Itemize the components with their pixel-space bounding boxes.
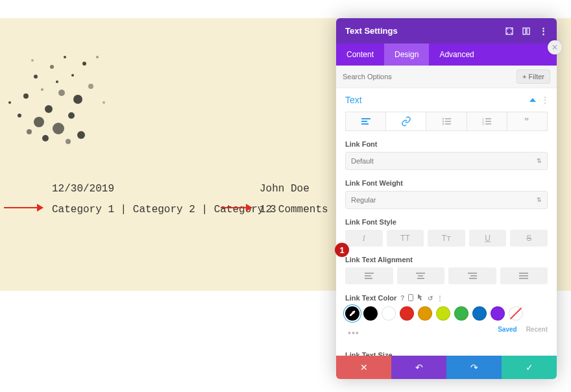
post-comments[interactable]: 12 Comments [260, 204, 328, 215]
ul-icon [442, 117, 451, 125]
link-icon [401, 116, 411, 127]
close-panel-bubble[interactable]: ✕ [548, 40, 562, 55]
panel-body[interactable]: Text ⋮ 123 ❞ Link Font Default⇅ Link Fon… [336, 88, 557, 356]
swatch-green[interactable] [454, 306, 468, 321]
search-bar: + Filter [336, 66, 557, 88]
settings-panel: Text Settings ⋮ Content Design Advanced … [336, 18, 557, 379]
color-picker-button[interactable] [345, 306, 359, 321]
svg-point-14 [27, 129, 32, 134]
hover-icon[interactable] [417, 293, 424, 302]
swatch-none[interactable] [509, 306, 523, 321]
align-right-button[interactable] [448, 267, 496, 284]
filter-button[interactable]: + Filter [516, 69, 550, 84]
device-phone-icon[interactable] [408, 294, 413, 302]
undo-icon: ↶ [415, 362, 423, 373]
swatch-purple[interactable] [491, 306, 505, 321]
tab-advanced[interactable]: Advanced [429, 43, 484, 66]
ol-icon: 123 [482, 117, 491, 125]
underline-button[interactable]: U [469, 230, 507, 247]
search-options-input[interactable] [343, 73, 516, 80]
svg-point-4 [23, 93, 29, 99]
swatch-orange[interactable] [418, 306, 432, 321]
swatch-tab-recent[interactable]: Recent [526, 326, 548, 333]
strikethrough-button[interactable]: S [510, 230, 548, 247]
svg-rect-32 [445, 123, 451, 125]
eyedropper-icon [348, 310, 356, 317]
svg-point-10 [64, 56, 66, 58]
align-justify-button[interactable] [500, 267, 548, 284]
segment-quote[interactable]: ❞ [507, 112, 548, 131]
annotation-arrow [221, 207, 252, 208]
kebab-menu-icon[interactable]: ⋮ [539, 27, 548, 36]
align-left-icon [365, 273, 374, 279]
svg-point-22 [71, 74, 74, 77]
save-button[interactable]: ✓ [502, 356, 557, 379]
label-link-text-color: Link Text Color ? ↺ ⋮ [345, 293, 548, 302]
svg-rect-25 [523, 28, 526, 34]
uppercase-button[interactable]: TT [387, 230, 424, 247]
close-icon: ✕ [360, 362, 368, 373]
section-title-text[interactable]: Text [345, 95, 362, 105]
svg-rect-36 [485, 121, 491, 122]
label-link-font: Link Font [345, 140, 548, 148]
svg-rect-39 [409, 294, 413, 300]
expand-icon[interactable] [505, 27, 514, 36]
link-font-weight-select[interactable]: Regular⇅ [345, 191, 548, 209]
tab-bar: Content Design Advanced [336, 43, 557, 66]
collapse-section-icon[interactable] [529, 98, 536, 102]
help-icon[interactable]: ? [400, 295, 404, 302]
align-center-button[interactable] [397, 267, 445, 284]
color-swatches [345, 306, 548, 321]
annotation-callout-1: 1 [335, 243, 349, 257]
svg-point-17 [77, 131, 85, 139]
svg-point-2 [53, 123, 64, 134]
align-center-icon [416, 273, 425, 279]
swatch-black[interactable] [363, 306, 378, 321]
link-font-select[interactable]: Default⇅ [345, 152, 548, 170]
segment-ul[interactable] [426, 112, 467, 131]
align-left-button[interactable] [345, 267, 393, 284]
font-style-buttons: I TT Tᴛ U S [345, 230, 548, 247]
svg-point-12 [96, 56, 99, 58]
redo-button[interactable]: ↷ [446, 356, 502, 379]
ink-splatter-graphic [0, 31, 130, 161]
svg-point-19 [103, 101, 105, 104]
segment-link[interactable] [386, 112, 426, 131]
swatch-tabs: Saved Recent [498, 326, 548, 333]
svg-point-1 [45, 105, 53, 113]
segment-ol[interactable]: 123 [467, 112, 507, 131]
cancel-button[interactable]: ✕ [336, 356, 391, 379]
more-swatches-icon[interactable]: ••• [348, 328, 359, 338]
segment-paragraph[interactable] [345, 112, 386, 131]
column-layout-icon[interactable] [522, 27, 531, 36]
panel-title: Text Settings [345, 26, 398, 36]
swatch-red[interactable] [400, 306, 414, 321]
swatch-tab-saved[interactable]: Saved [498, 326, 516, 333]
annotation-arrow [4, 207, 43, 208]
section-menu-icon[interactable]: ⋮ [541, 95, 548, 104]
label-link-text-alignment: Link Text Alignment [345, 256, 548, 263]
smallcaps-button[interactable]: Tᴛ [428, 230, 465, 247]
tab-design[interactable]: Design [384, 43, 429, 66]
svg-point-27 [443, 118, 444, 120]
post-categories[interactable]: Category 1 | Category 2 | Category 3 [52, 204, 276, 215]
swatch-blue[interactable] [472, 306, 487, 321]
svg-point-6 [73, 95, 82, 104]
svg-rect-26 [527, 28, 529, 34]
undo-button[interactable]: ↶ [391, 356, 446, 379]
swatch-white[interactable] [382, 306, 396, 321]
more-icon[interactable]: ⋮ [437, 295, 443, 302]
italic-button[interactable]: I [345, 230, 383, 247]
panel-footer: ✕ ↶ ↷ ✓ [336, 356, 557, 379]
alignment-buttons [345, 267, 548, 284]
paragraph-icon [361, 118, 371, 125]
svg-rect-30 [445, 121, 451, 122]
svg-point-29 [443, 121, 444, 123]
tab-content[interactable]: Content [336, 43, 384, 66]
svg-point-16 [66, 139, 71, 144]
post-date: 12/30/2019 [52, 183, 114, 195]
label-link-font-weight: Link Font Weight [345, 179, 548, 187]
redo-icon: ↷ [470, 362, 478, 373]
swatch-lime[interactable] [436, 306, 450, 321]
reset-icon[interactable]: ↺ [428, 295, 433, 302]
